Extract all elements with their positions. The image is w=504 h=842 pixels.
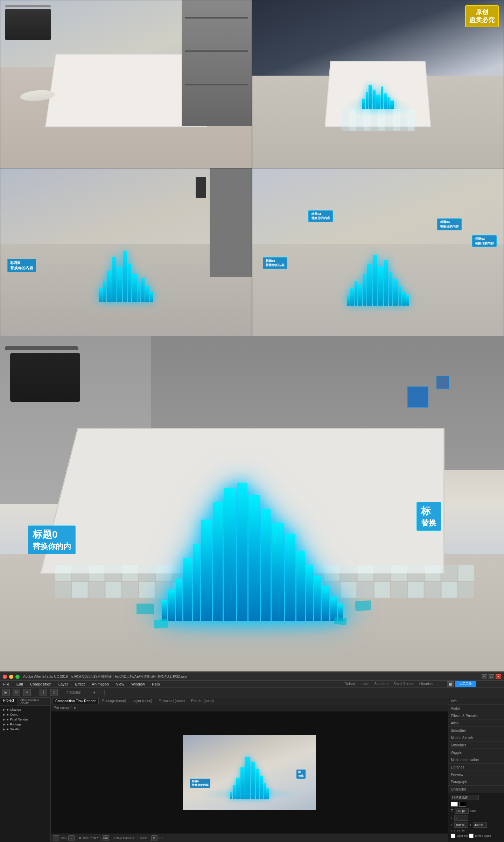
right-panel: Info Audio Effects & Presets Align: [448, 697, 504, 842]
ae-main-area: Project Effect Controls: COMP ▶ ■ Change…: [0, 697, 504, 842]
tab-layer-none[interactable]: Layer (none): [130, 698, 155, 703]
tab-effect-controls[interactable]: Effect Controls: COMP: [17, 697, 50, 706]
menu-layer[interactable]: Layer: [57, 682, 69, 686]
minimize-button[interactable]: [9, 675, 13, 679]
menu-help[interactable]: Help: [151, 682, 161, 686]
project-item-footage[interactable]: ▶ ■ Footage: [0, 722, 50, 727]
char-tracking-input[interactable]: [454, 815, 468, 821]
close-button[interactable]: [3, 675, 7, 679]
section-align[interactable]: Align: [448, 719, 504, 726]
project-item-final-render[interactable]: ▶ ■ Final Render: [0, 717, 50, 722]
comp-precomp-label: Pre-comp 4: [54, 706, 72, 710]
section-audio[interactable]: Audio: [448, 705, 504, 712]
preview-label-4-1: 标题04替换你的内容: [308, 210, 333, 222]
win-min[interactable]: −: [482, 674, 487, 679]
mapping-dropdown[interactable]: ▼: [84, 690, 105, 695]
menu-animation[interactable]: Animation: [91, 682, 110, 686]
preview-thumbnails: 原创 盗卖必究: [0, 0, 504, 336]
menu-effect[interactable]: Effect: [74, 682, 86, 686]
section-motion-sketch[interactable]: Motion Sketch: [448, 734, 504, 741]
watermark: 原创 盗卖必究: [465, 5, 499, 27]
menu-view[interactable]: View: [115, 682, 125, 686]
ae-comp-label-right: 标替换: [296, 770, 306, 779]
section-motion-sketch-label: Motion Sketch: [451, 736, 473, 740]
large-preview: 标题0 替换你的内 标 替换: [0, 336, 504, 672]
char-size-input[interactable]: [455, 808, 469, 814]
section-libraries-label: Libraries: [451, 765, 464, 769]
preview-label-4-0: 标题01替换你的内容: [263, 257, 287, 269]
section-mark-interp-label: Mark Interpolation: [451, 758, 479, 762]
tool-select[interactable]: ▶: [2, 689, 10, 696]
large-city-model: [147, 481, 357, 621]
ctrl-resolution[interactable]: Full: [103, 835, 109, 841]
char-tp4-label: Ty: [462, 829, 464, 832]
project-item-comp[interactable]: ▶ ■ Comp: [0, 712, 50, 717]
section-wiggler[interactable]: Wiggler: [448, 749, 504, 756]
ctrl-render[interactable]: ⟳: [151, 835, 158, 841]
win-close[interactable]: ×: [496, 674, 501, 679]
tab-render-none[interactable]: Render (none): [188, 698, 216, 703]
char-fill-color[interactable]: [451, 802, 458, 807]
section-paragraph[interactable]: Paragraph: [448, 778, 504, 785]
workspace-libraries[interactable]: Libraries: [418, 682, 434, 686]
section-mark-interp[interactable]: Mark Interpolation: [448, 756, 504, 763]
tab-footage-none[interactable]: Footage (none): [99, 698, 129, 703]
char-font-input[interactable]: [451, 795, 479, 800]
tool-shape[interactable]: □: [50, 689, 58, 696]
project-item-solidar[interactable]: ▶ ■ Solidar: [0, 727, 50, 732]
section-smoother2-label: Smoother: [451, 743, 466, 747]
section-character-label: Character: [451, 787, 466, 791]
char-second-input[interactable]: [473, 822, 487, 828]
section-smoother-label: Smoother: [451, 729, 466, 732]
menu-file[interactable]: File: [2, 682, 10, 686]
char-auto-label: Auto: [470, 809, 477, 813]
tab-project[interactable]: Project: [0, 697, 17, 706]
section-smoother[interactable]: Smoother: [448, 727, 504, 734]
section-character[interactable]: Character: [448, 786, 504, 793]
section-smoother2[interactable]: Smoother: [448, 742, 504, 749]
menu-bar: File Edit Composition Layer Effect Anima…: [0, 681, 504, 688]
section-libraries[interactable]: Libraries: [448, 764, 504, 771]
preview-label-4-3: 标题02替换你的内容: [472, 235, 497, 247]
workspace-small[interactable]: Small Screen: [392, 682, 415, 686]
char-stroke-color[interactable]: [459, 802, 466, 807]
workspace-standard[interactable]: Standard: [373, 682, 390, 686]
char-hinted-check[interactable]: [469, 834, 474, 838]
plus-label: +0: [159, 836, 162, 840]
toolbar: ▶ ↻ ✏ T □ mapping: ▼: [0, 688, 504, 697]
tool-pen[interactable]: ✏: [23, 689, 31, 696]
tab-comp-flow-render[interactable]: Composition Flow Render: [52, 698, 99, 704]
project-item-change[interactable]: ▶ ■ Change: [0, 707, 50, 712]
left-panel: Project Effect Controls: COMP ▶ ■ Change…: [0, 697, 51, 842]
section-info[interactable]: Info: [448, 697, 504, 704]
section-effects-presets[interactable]: Effects & Presets: [448, 712, 504, 719]
char-leading-input[interactable]: [454, 822, 468, 828]
large-label-right: 标 替换: [416, 502, 441, 531]
section-effects-label: Effects & Presets: [451, 714, 478, 718]
ctrl-zoom-out[interactable]: -: [68, 835, 75, 841]
section-preview[interactable]: Preview: [448, 771, 504, 778]
win-max[interactable]: □: [489, 674, 494, 679]
tab-flowchart-none[interactable]: Flowchart (none): [156, 698, 188, 703]
menu-edit[interactable]: Edit: [15, 682, 24, 686]
menu-composition[interactable]: Composition: [29, 682, 52, 686]
section-info-label: Info: [451, 699, 457, 703]
composition-viewer: Pre-comp 4 ▶: [51, 704, 448, 842]
yun-gong-zuo[interactable]: 加工工作: [455, 681, 476, 687]
char-tp3-label: TT: [457, 829, 460, 832]
ctrl-zoom-in[interactable]: +: [53, 835, 59, 841]
window-controls[interactable]: [3, 675, 20, 679]
char-tracking-label: T: [451, 816, 453, 820]
maximize-button[interactable]: [15, 675, 20, 679]
active-camera-label: Active Camera: [113, 836, 134, 840]
section-paragraph-label: Paragraph: [451, 780, 467, 784]
mapping-label: mapping:: [66, 690, 81, 694]
char-ligatures-check[interactable]: [451, 834, 455, 838]
tool-rotate[interactable]: ↻: [13, 689, 20, 696]
menu-window[interactable]: Window: [130, 682, 146, 686]
workspace-default[interactable]: Default: [343, 682, 357, 686]
tool-type[interactable]: T: [40, 689, 47, 696]
preview-label-3-left: 标题0 替换你的内容: [7, 259, 36, 272]
workspace-learn[interactable]: Learn: [359, 682, 371, 686]
workspace-search[interactable]: ⬤: [447, 681, 454, 687]
